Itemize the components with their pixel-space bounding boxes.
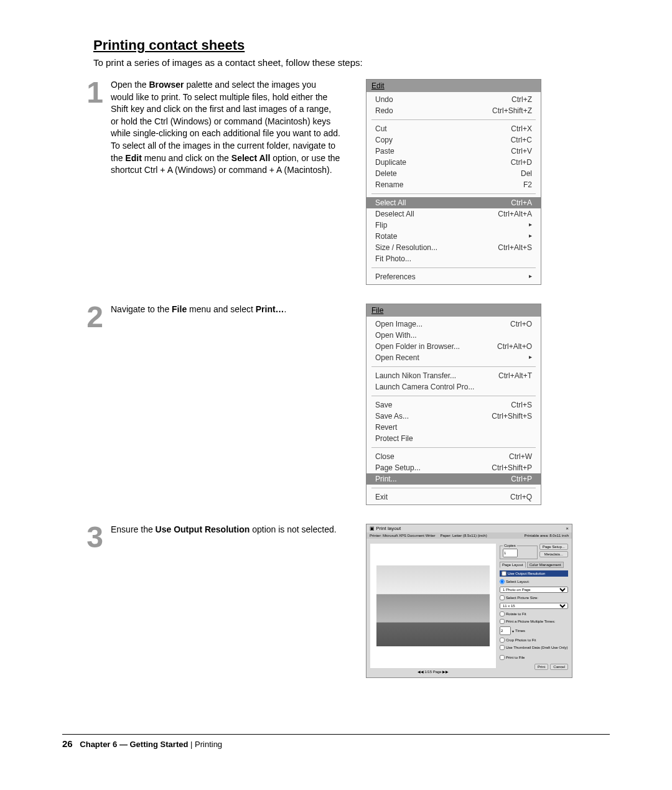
step-number: 2 [72, 304, 103, 330]
file-menu-screenshot: File Open Image...Ctrl+OOpen With...Open… [366, 304, 610, 505]
close-icon[interactable]: × [566, 526, 569, 531]
use-thumbnail[interactable] [500, 645, 505, 650]
pager[interactable]: ◀◀ 1/15 Page ▶▶ [370, 669, 496, 674]
menu-item[interactable]: SaveCtrl+S [366, 399, 541, 411]
edit-menu-screenshot: Edit UndoCtrl+ZRedoCtrl+Shift+ZCutCtrl+X… [366, 79, 610, 285]
menu-item[interactable]: CopyCtrl+C [366, 134, 541, 146]
copies-input[interactable] [503, 549, 518, 557]
menu-item[interactable]: Open Folder in Browser...Ctrl+Alt+O [366, 341, 541, 352]
select-picture-size[interactable] [500, 595, 505, 600]
cancel-button[interactable]: Cancel [550, 664, 568, 670]
menu-item[interactable]: PasteCtrl+V [366, 146, 541, 157]
step-3: 3 Ensure the Use Output Resolution optio… [62, 524, 610, 678]
menu-item[interactable]: DeleteDel [366, 168, 541, 179]
menu-title-file: File [371, 306, 383, 315]
menu-item[interactable]: Deselect AllCtrl+Alt+A [366, 208, 541, 220]
step-number: 3 [72, 524, 103, 551]
print-multiple[interactable] [500, 619, 505, 624]
layout-select[interactable]: 1 Photo on Page [500, 587, 568, 593]
step-number: 1 [72, 79, 103, 106]
menu-item[interactable]: Rotate▸ [366, 231, 541, 242]
intro-text: To print a series of images as a contact… [93, 57, 610, 68]
menu-item[interactable]: Print...Ctrl+P [366, 473, 541, 485]
page-footer: 26 Chapter 6 — Getting Started | Printin… [62, 734, 610, 749]
menu-item[interactable]: Open Recent▸ [366, 352, 541, 363]
step-2: 2 Navigate to the File menu and select P… [62, 304, 610, 505]
section-label: Printing [195, 740, 222, 749]
select-layout-radio[interactable] [500, 579, 505, 584]
page-setup-button[interactable]: Page Setup... [539, 544, 568, 550]
menu-item[interactable]: Revert [366, 422, 541, 433]
menu-item[interactable]: Preferences▸ [366, 271, 541, 282]
print-to-file[interactable] [500, 655, 505, 660]
use-output-resolution[interactable]: Use Output Resolution [500, 570, 568, 577]
crop-to-fit[interactable] [500, 638, 505, 643]
menu-item[interactable]: DuplicateCtrl+D [366, 157, 541, 168]
menu-title-edit: Edit [371, 81, 385, 90]
tab-page-layout[interactable]: Page Layout [500, 562, 526, 568]
tab-color-management[interactable]: Color Management [527, 562, 564, 568]
menu-item[interactable]: Protect File [366, 433, 541, 444]
menu-item[interactable]: Page Setup...Ctrl+Shift+P [366, 462, 541, 473]
menu-item[interactable]: Select AllCtrl+A [366, 197, 541, 208]
menu-item[interactable]: CutCtrl+X [366, 123, 541, 134]
menu-item[interactable]: UndoCtrl+Z [366, 94, 541, 105]
printable-area: Printable area: 8.0x11 inch [525, 534, 569, 537]
menu-item[interactable]: CloseCtrl+W [366, 451, 541, 462]
picture-size-select[interactable]: 11 x 15 [500, 603, 568, 609]
chapter-label: Chapter 6 — Getting Started [80, 740, 188, 749]
menu-item[interactable]: RedoCtrl+Shift+Z [366, 105, 541, 116]
print-preview [370, 544, 496, 668]
printer-info: Printer: Microsoft XPS Document Writer [370, 534, 436, 537]
menu-item[interactable]: Launch Camera Control Pro... [366, 381, 541, 393]
page-number: 26 [62, 738, 73, 749]
dialog-title: ▣ Print layout [370, 526, 401, 531]
step-text: Open the Browser palette and select the … [111, 79, 341, 177]
menu-item[interactable]: RenameF2 [366, 179, 541, 190]
print-button[interactable]: Print [534, 664, 548, 670]
menu-item[interactable]: Open With... [366, 330, 541, 341]
metadata-button[interactable]: Metadata... [539, 551, 568, 557]
paper-info: Paper: Letter (8.5x11) (inch) [441, 534, 487, 537]
menu-item[interactable]: Flip▸ [366, 220, 541, 231]
menu-item[interactable]: Open Image...Ctrl+O [366, 318, 541, 330]
menu-item[interactable]: Save As...Ctrl+Shift+S [366, 411, 541, 422]
print-layout-dialog: ▣ Print layout × Printer: Microsoft XPS … [366, 524, 610, 678]
page-title: Printing contact sheets [93, 37, 610, 53]
menu-item[interactable]: Launch Nikon Transfer...Ctrl+Alt+T [366, 370, 541, 381]
menu-item[interactable]: ExitCtrl+Q [366, 491, 541, 503]
step-text: Ensure the Use Output Resolution option … [111, 524, 341, 536]
menu-item[interactable]: Fit Photo... [366, 253, 541, 264]
rotate-to-fit[interactable] [500, 611, 505, 616]
menu-item[interactable]: Size / Resolution...Ctrl+Alt+S [366, 242, 541, 253]
step-1: 1 Open the Browser palette and select th… [62, 79, 610, 285]
step-text: Navigate to the File menu and select Pri… [111, 304, 341, 316]
multiple-times-input[interactable] [500, 626, 511, 635]
